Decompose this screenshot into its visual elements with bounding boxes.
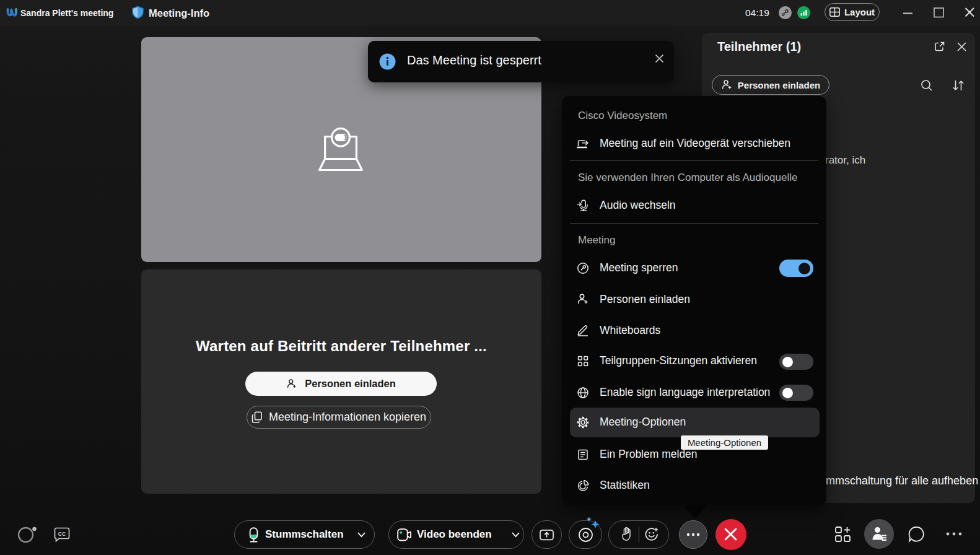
svg-text:CC: CC <box>58 531 66 537</box>
